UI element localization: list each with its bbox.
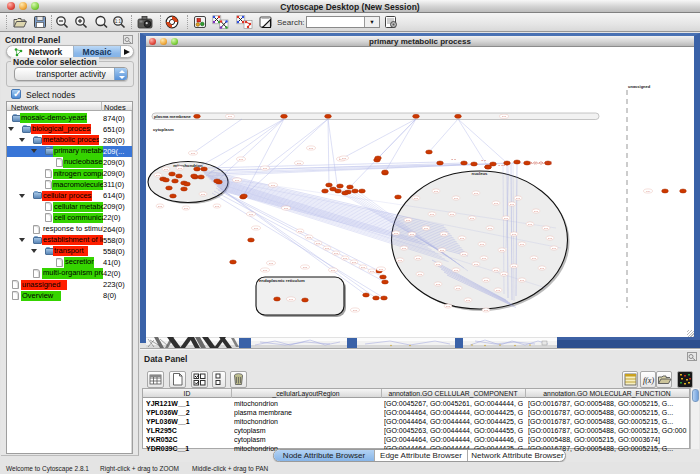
svg-text:(n-n): (n-n) bbox=[284, 207, 289, 209]
svg-text:(n-n): (n-n) bbox=[520, 279, 525, 281]
svg-text:(n-n): (n-n) bbox=[482, 257, 487, 259]
svg-text:(n-n): (n-n) bbox=[494, 202, 499, 204]
svg-text:(n-n): (n-n) bbox=[316, 242, 321, 244]
svg-text:(n-n): (n-n) bbox=[512, 265, 517, 267]
svg-text:(n-n): (n-n) bbox=[440, 249, 445, 251]
svg-text:(n-n): (n-n) bbox=[502, 115, 507, 117]
svg-text:(n-n): (n-n) bbox=[298, 230, 303, 232]
svg-text:endoplasmic reticulum: endoplasmic reticulum bbox=[259, 278, 305, 283]
svg-text:f(x): f(x) bbox=[643, 376, 654, 385]
svg-text:(n-n): (n-n) bbox=[297, 162, 302, 164]
svg-text:(n-n): (n-n) bbox=[552, 247, 557, 249]
svg-text:(n-n): (n-n) bbox=[334, 252, 339, 254]
svg-text:(n-n): (n-n) bbox=[442, 233, 447, 235]
svg-text:(n-n): (n-n) bbox=[191, 152, 196, 154]
svg-text:(n-n): (n-n) bbox=[436, 263, 441, 265]
svg-text:(n-n): (n-n) bbox=[353, 309, 358, 311]
svg-text:(n-n): (n-n) bbox=[254, 227, 259, 229]
svg-text:(n-n): (n-n) bbox=[484, 279, 489, 281]
svg-text:(n-n): (n-n) bbox=[484, 309, 489, 311]
svg-text:(n-n): (n-n) bbox=[416, 257, 421, 259]
svg-text:(n-n): (n-n) bbox=[504, 217, 509, 219]
svg-text:(n-n): (n-n) bbox=[215, 205, 220, 207]
svg-text:(n-n): (n-n) bbox=[466, 299, 471, 301]
svg-text:(n-n): (n-n) bbox=[520, 243, 525, 245]
svg-text:(n-n): (n-n) bbox=[325, 247, 330, 249]
svg-text:(n-n): (n-n) bbox=[352, 261, 357, 263]
svg-text:(n-n): (n-n) bbox=[430, 213, 435, 215]
svg-text:(n-n): (n-n) bbox=[303, 266, 308, 268]
svg-text:(n-n): (n-n) bbox=[379, 268, 384, 270]
svg-text:(n-n): (n-n) bbox=[488, 227, 493, 229]
svg-text:(n-n): (n-n) bbox=[500, 249, 505, 251]
svg-text:(n-n): (n-n) bbox=[228, 115, 233, 117]
svg-text:(n-n)(n-n): (n-n)(n-n) bbox=[498, 164, 508, 167]
svg-text:(n-n): (n-n) bbox=[158, 205, 163, 207]
svg-text:(n-n): (n-n) bbox=[540, 267, 545, 269]
svg-text:(n-n)(n-n)(n-n)(n-n): (n-n)(n-n)(n-n)(n-n) bbox=[530, 161, 552, 165]
svg-text:(n-n): (n-n) bbox=[480, 243, 485, 245]
svg-text:(n-n): (n-n) bbox=[410, 233, 415, 235]
svg-text:(n-n): (n-n) bbox=[418, 273, 423, 275]
svg-text:(n-n): (n-n) bbox=[398, 259, 403, 261]
svg-text:(n-n): (n-n) bbox=[496, 289, 501, 291]
svg-text:(n-n): (n-n) bbox=[481, 159, 486, 162]
svg-text:(n-n): (n-n) bbox=[534, 210, 539, 212]
svg-text:(n-n): (n-n) bbox=[309, 147, 314, 149]
svg-text:(n-n): (n-n) bbox=[474, 263, 479, 265]
svg-text:(n-n): (n-n) bbox=[342, 157, 347, 159]
svg-text:(n-n): (n-n) bbox=[271, 184, 276, 186]
svg-text:(n-n): (n-n) bbox=[450, 213, 455, 215]
svg-text:(n-n): (n-n) bbox=[331, 269, 336, 271]
svg-text:(n-n): (n-n) bbox=[263, 167, 268, 169]
svg-text:(n-n): (n-n) bbox=[156, 174, 161, 176]
svg-text:nucleus: nucleus bbox=[472, 171, 488, 176]
svg-text:plasma membrane: plasma membrane bbox=[154, 114, 191, 119]
svg-text:(n-n): (n-n) bbox=[510, 203, 515, 205]
svg-text:(n-n): (n-n) bbox=[470, 217, 475, 219]
svg-text:(n-n): (n-n) bbox=[528, 223, 533, 225]
svg-text:(n-n): (n-n) bbox=[239, 158, 244, 160]
svg-text:(n-n): (n-n) bbox=[343, 257, 348, 259]
svg-text:(n-n): (n-n) bbox=[235, 179, 240, 181]
svg-text:(n-n): (n-n) bbox=[249, 213, 254, 215]
svg-text:(n-n): (n-n) bbox=[548, 237, 553, 239]
svg-text:(n-n): (n-n) bbox=[394, 232, 399, 234]
svg-text:(n-n): (n-n) bbox=[406, 219, 411, 221]
svg-text:1:1: 1:1 bbox=[115, 19, 122, 24]
svg-text:(n-n): (n-n) bbox=[414, 197, 419, 199]
svg-text:(n-n): (n-n) bbox=[424, 227, 429, 229]
svg-text:(n-n): (n-n) bbox=[456, 287, 461, 289]
svg-text:(n-n): (n-n) bbox=[462, 253, 467, 255]
svg-text:(n-n): (n-n) bbox=[263, 269, 268, 271]
svg-text:(n-n): (n-n) bbox=[460, 237, 465, 239]
svg-text:(n-n): (n-n) bbox=[402, 247, 407, 249]
svg-text:(n-n): (n-n) bbox=[502, 273, 507, 275]
svg-text:(n-n): (n-n) bbox=[532, 257, 537, 259]
svg-text:(n-n): (n-n) bbox=[474, 192, 479, 194]
svg-text:(n-n): (n-n) bbox=[370, 270, 375, 272]
svg-text:(n-n): (n-n) bbox=[512, 233, 517, 235]
svg-text:(n-n): (n-n) bbox=[446, 305, 451, 307]
svg-text:(n-n): (n-n) bbox=[516, 197, 521, 199]
svg-text:(n-n): (n-n) bbox=[451, 158, 456, 161]
svg-text:cytoplasm: cytoplasm bbox=[153, 127, 174, 132]
svg-text:(n-n): (n-n) bbox=[289, 298, 294, 300]
svg-text:(n-n): (n-n) bbox=[454, 197, 459, 199]
svg-text:(n-n): (n-n) bbox=[434, 190, 439, 192]
svg-text:(n-n): (n-n) bbox=[164, 168, 169, 170]
svg-text:(n-n): (n-n) bbox=[361, 266, 366, 268]
svg-text:(n-n): (n-n) bbox=[436, 283, 441, 285]
svg-text:(n-n): (n-n) bbox=[269, 262, 274, 264]
svg-text:(n-n): (n-n) bbox=[494, 269, 499, 271]
svg-text:(n-n): (n-n) bbox=[544, 227, 549, 229]
svg-text:(n-n): (n-n) bbox=[178, 167, 183, 169]
svg-text:unassigned: unassigned bbox=[628, 84, 651, 89]
svg-text:(n-n): (n-n) bbox=[184, 207, 189, 209]
svg-text:(n-n): (n-n) bbox=[454, 269, 459, 271]
svg-text:(n-n): (n-n) bbox=[307, 236, 312, 238]
svg-text:(n-n): (n-n) bbox=[201, 193, 206, 195]
svg-text:(n-n): (n-n) bbox=[646, 190, 651, 192]
